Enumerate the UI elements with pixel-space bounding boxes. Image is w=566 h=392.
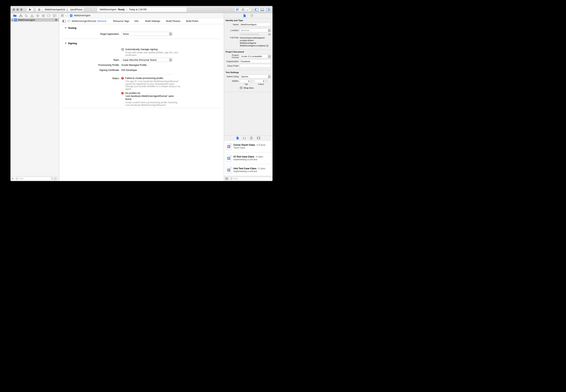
close-window-button[interactable]: [13, 8, 15, 11]
auto-signing-checkbox[interactable]: [121, 48, 124, 51]
editor-header-row: WebDriverAgentRunner General Resource Ta…: [59, 18, 224, 24]
quick-help-inspector-icon[interactable]: ?: [250, 14, 253, 17]
signing-certificate-value: iOS Developer: [121, 69, 137, 71]
name-field[interactable]: WebDriverAgent: [240, 23, 271, 26]
tab-width-field[interactable]: 4: [240, 80, 250, 83]
toggle-debug-area-button[interactable]: [260, 7, 265, 12]
jumpbar-file-name[interactable]: WebDriverAgent: [74, 14, 90, 17]
testing-section-header[interactable]: Testing: [65, 27, 76, 29]
project-row[interactable]: A WebDriverAgent M: [11, 18, 59, 22]
related-items-icon[interactable]: [61, 14, 64, 17]
tab-info[interactable]: Info: [134, 20, 139, 22]
file-templates-icon[interactable]: [236, 137, 239, 140]
zoom-window-button[interactable]: [20, 8, 22, 11]
wrap-lines-checkbox[interactable]: [240, 87, 242, 89]
stop-button[interactable]: [36, 7, 43, 12]
location-popup[interactable]: Absolute: [240, 28, 271, 32]
forward-button[interactable]: ›: [68, 14, 69, 17]
activity-viewer[interactable]: WebDriverAgent: Ready | Today at 1:39 PM: [97, 7, 187, 12]
xcodeproj-icon: A: [14, 18, 17, 21]
tab-build-phases[interactable]: Build Phases: [166, 20, 180, 22]
auto-signing-description: Xcode will create and update profiles, a…: [125, 51, 183, 56]
signing-section-header[interactable]: Signing: [65, 42, 77, 45]
section-collapse-icon[interactable]: [65, 27, 67, 29]
source-control-filter-icon[interactable]: [54, 178, 57, 180]
open-arrow-icon[interactable]: [266, 44, 269, 47]
disclosure-triangle-icon[interactable]: [12, 19, 13, 21]
full-path-line: WebDriverAgent/: [240, 42, 271, 44]
organization-field[interactable]: Facebook: [240, 59, 271, 63]
panel-toggle-group: [254, 7, 271, 12]
report-navigator-icon[interactable]: [53, 14, 56, 17]
grid-view-icon[interactable]: [225, 177, 228, 180]
filter-icon: [230, 178, 233, 180]
error-2-detail: Xcode couldn't find a provisioning profi…: [125, 101, 183, 106]
signing-certificate-label: Signing Certificate: [59, 69, 119, 71]
toggle-inspector-button[interactable]: [265, 7, 271, 12]
toolbar: WebDriverAgentLib ❯ i(am)Phone WebDriver…: [11, 6, 273, 13]
library-item-unit-test-case-class[interactable]: T Unit Test Case Class - A class impleme…: [224, 164, 273, 176]
library-filter-input[interactable]: [233, 178, 270, 180]
class-prefix-field[interactable]: [240, 64, 271, 68]
tab-build-rules[interactable]: Build Rules: [186, 20, 198, 22]
toggle-navigator-button[interactable]: [254, 7, 260, 12]
indent-width-field[interactable]: 4: [255, 80, 265, 83]
tab-general[interactable]: General: [98, 20, 106, 22]
full-path-line: xcuitest-driver/: [240, 39, 271, 42]
tab-resource-tags[interactable]: Resource Tags: [113, 20, 129, 22]
assistant-editor-button[interactable]: [240, 7, 246, 12]
team-popup[interactable]: Isaac Murchie (Personal Team): [121, 58, 173, 62]
debug-navigator-icon[interactable]: [42, 14, 45, 17]
target-application-popup[interactable]: None: [121, 32, 173, 36]
target-selector[interactable]: WebDriverAgentRunner: [72, 20, 96, 22]
library-item-ui-test-case-class[interactable]: T UI Test Case Class - A class implement…: [224, 153, 273, 164]
team-label: Team: [59, 58, 119, 61]
navigator-empty-area: [11, 22, 59, 176]
scheme-selector[interactable]: WebDriverAgentLib ❯ i(am)Phone: [42, 7, 84, 12]
symbol-navigator-icon[interactable]: [19, 14, 22, 17]
add-button[interactable]: +: [12, 177, 14, 180]
organization-label: Organization: [226, 60, 240, 62]
target-application-label: Target Application: [59, 32, 119, 35]
error-1-title: Failed to create provisioning profile.: [125, 77, 174, 80]
standard-editor-button[interactable]: [234, 7, 240, 12]
identity-title: Identity and Type: [226, 19, 271, 22]
project-format-popup[interactable]: Xcode 3.2-compatible: [240, 55, 271, 58]
navigator-filter-field[interactable]: [15, 177, 58, 181]
popup-stepper-icon: [169, 58, 172, 61]
indent-width-stepper[interactable]: [265, 79, 267, 83]
run-button[interactable]: [27, 7, 34, 12]
error-icon: !: [121, 92, 124, 95]
filter-input[interactable]: [19, 178, 50, 180]
tab-build-settings[interactable]: Build Settings: [145, 20, 160, 22]
hide-project-list-icon[interactable]: [62, 20, 66, 22]
indent-using-label: Indent Using: [226, 75, 240, 78]
auto-signing-label: Automatically manage signing: [125, 48, 158, 51]
library-item-cocoa-touch-class[interactable]: C Cocoa Touch Class - A Cocoa Touch clas…: [224, 141, 273, 153]
team-value: Isaac Murchie (Personal Team): [123, 58, 169, 61]
issue-navigator-icon[interactable]: [30, 14, 34, 17]
status-time: Today at 1:39 PM: [129, 8, 146, 11]
test-navigator-icon[interactable]: [36, 14, 39, 17]
minimize-window-button[interactable]: [16, 8, 19, 11]
tab-width-stepper[interactable]: [251, 79, 253, 83]
indent-using-popup[interactable]: Spaces: [240, 75, 271, 78]
section-collapse-icon[interactable]: [65, 43, 67, 44]
recent-files-clock-icon[interactable]: [51, 178, 53, 180]
media-library-icon[interactable]: [257, 137, 260, 139]
search-navigator-icon[interactable]: [25, 14, 28, 17]
file-inspector-icon[interactable]: [243, 14, 246, 17]
library-filter-field[interactable]: [229, 177, 271, 181]
code-snippets-icon[interactable]: { }: [243, 137, 246, 139]
project-navigator-icon[interactable]: [13, 14, 17, 17]
object-library-icon[interactable]: [250, 137, 253, 140]
project-document-title: Project Document: [226, 51, 271, 53]
file-template-icon: C: [226, 143, 232, 150]
breakpoint-navigator-icon[interactable]: [47, 14, 51, 17]
class-badge: C: [227, 145, 230, 148]
version-editor-button[interactable]: [246, 7, 251, 12]
back-button[interactable]: ‹: [65, 14, 66, 17]
target-icon: [67, 20, 70, 22]
folder-icon[interactable]: [268, 33, 271, 35]
location-value: Absolute: [241, 29, 268, 31]
